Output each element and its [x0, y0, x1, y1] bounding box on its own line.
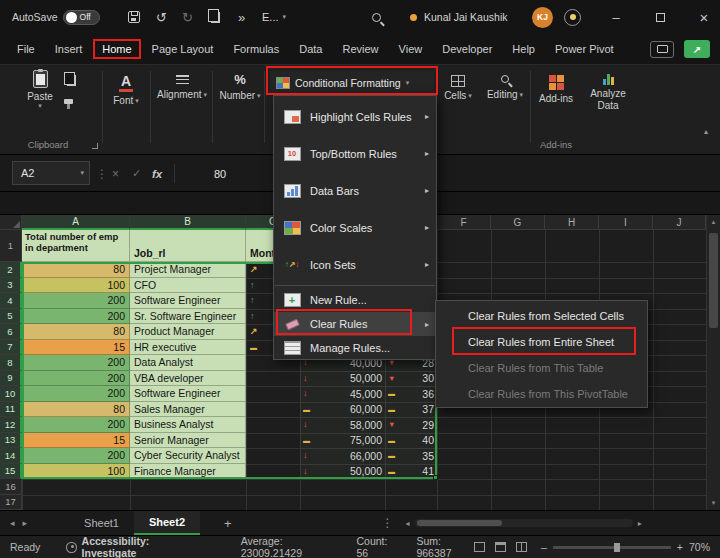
next-sheet-button[interactable]: ▸	[23, 518, 28, 528]
cell-B1[interactable]: Job_rl	[130, 230, 246, 262]
name-box[interactable]: A2 ▾	[12, 161, 90, 185]
font-group-button[interactable]: A Font▾	[106, 73, 146, 106]
cell-B3[interactable]: CFO	[130, 278, 246, 294]
share-button[interactable]: ↗	[684, 40, 710, 58]
cell-D9[interactable]: ↓50,000	[300, 371, 385, 387]
tab-view[interactable]: View	[390, 39, 432, 59]
cell-E9[interactable]: ▼30	[385, 371, 437, 387]
cell-A12[interactable]: 200	[22, 417, 130, 433]
minimize-button[interactable]: –	[602, 0, 630, 34]
horizontal-scrollbar[interactable]: ◂ ▸	[406, 519, 642, 528]
cell-B8[interactable]: Data Analyst	[130, 355, 246, 371]
cell-D11[interactable]: ▬60,000	[300, 402, 385, 418]
cell-D12[interactable]: ↓58,000	[300, 417, 385, 433]
cell-A6[interactable]: 80	[22, 324, 130, 340]
sheet-tab-sheet2[interactable]: Sheet2	[134, 511, 200, 535]
tab-home[interactable]: Home	[93, 39, 140, 59]
tab-options-icon[interactable]: ⋮	[382, 516, 394, 530]
scroll-right-icon[interactable]: ▸	[638, 519, 642, 528]
document-menu[interactable]: E...▾	[262, 0, 286, 34]
cell-A8[interactable]: 200	[22, 355, 130, 371]
cell-B9[interactable]: VBA developer	[130, 371, 246, 387]
vertical-scrollbar[interactable]: ▴ ▾	[706, 215, 720, 510]
row-header-2[interactable]: 2	[0, 262, 22, 278]
select-all-corner[interactable]	[0, 215, 22, 230]
row-header-6[interactable]: 6	[0, 324, 22, 340]
addins-button[interactable]: Add-ins	[534, 75, 578, 104]
cell-E14[interactable]: ▬35	[385, 448, 437, 464]
cell-B11[interactable]: Sales Manager	[130, 402, 246, 418]
cell-B7[interactable]: HR executive	[130, 340, 246, 356]
copy-button[interactable]	[208, 0, 220, 34]
menu-item-new-rule[interactable]: New Rule...	[274, 288, 436, 312]
zoom-out-icon[interactable]: –	[541, 541, 547, 553]
zoom-in-icon[interactable]: +	[677, 541, 683, 553]
row-header-14[interactable]: 14	[0, 448, 22, 464]
tab-developer[interactable]: Developer	[433, 39, 501, 59]
cell-A4[interactable]: 200	[22, 293, 130, 309]
selection-fill-handle[interactable]	[433, 475, 438, 480]
cell-B15[interactable]: Finance Manager	[130, 464, 246, 480]
cell-A1[interactable]: Total number of emp in department	[22, 230, 130, 262]
cell-B14[interactable]: Cyber Security Analyst	[130, 448, 246, 464]
row-header-4[interactable]: 4	[0, 293, 22, 309]
redo-button[interactable]: ↻	[182, 0, 193, 34]
copy-small-button[interactable]	[64, 75, 76, 86]
row-header-15[interactable]: 15	[0, 464, 22, 480]
horizontal-scroll-track[interactable]	[415, 519, 633, 527]
cell-A2[interactable]: 80	[22, 262, 130, 278]
page-break-view-icon[interactable]	[516, 542, 527, 552]
cell-A3[interactable]: 100	[22, 278, 130, 294]
column-header-B[interactable]: B	[130, 215, 246, 230]
cells-group-button[interactable]: Cells▾	[440, 75, 476, 101]
page-layout-view-icon[interactable]	[495, 542, 506, 552]
column-header-J[interactable]: J	[653, 215, 706, 230]
row-header-5[interactable]: 5	[0, 309, 22, 325]
row-header-17[interactable]: 17	[0, 495, 22, 511]
cell-A15[interactable]: 100	[22, 464, 130, 480]
cell-A10[interactable]: 200	[22, 386, 130, 402]
cell-B13[interactable]: Senior Manager	[130, 433, 246, 449]
cell-E15[interactable]: ▬41	[385, 464, 437, 480]
scroll-down-icon[interactable]: ▾	[707, 499, 720, 507]
enter-button[interactable]: ✓	[132, 155, 141, 192]
tab-insert[interactable]: Insert	[46, 39, 92, 59]
row-header-7[interactable]: 7	[0, 340, 22, 356]
row-header-1[interactable]: 1	[0, 230, 22, 262]
row-header-12[interactable]: 12	[0, 417, 22, 433]
column-header-H[interactable]: H	[545, 215, 599, 230]
accessibility-status[interactable]: Accessibility: Investigate	[66, 535, 196, 558]
sheet-tab-sheet1[interactable]: Sheet1	[69, 511, 134, 535]
cell-A5[interactable]: 200	[22, 309, 130, 325]
dialog-launcher-icon[interactable]	[92, 143, 98, 149]
save-button[interactable]	[128, 0, 140, 34]
tab-review[interactable]: Review	[333, 39, 387, 59]
cell-D14[interactable]: ↓66,000	[300, 448, 385, 464]
cell-D15[interactable]: ↓50,000	[300, 464, 385, 480]
cell-B2[interactable]: Project Manager	[130, 262, 246, 278]
cell-B4[interactable]: Software Engineer	[130, 293, 246, 309]
row-header-13[interactable]: 13	[0, 433, 22, 449]
column-header-A[interactable]: A	[22, 215, 130, 230]
cell-D13[interactable]: ▬75,000	[300, 433, 385, 449]
horizontal-scroll-thumb[interactable]	[417, 520, 502, 526]
row-header-10[interactable]: 10	[0, 386, 22, 402]
row-header-9[interactable]: 9	[0, 371, 22, 387]
row-header-3[interactable]: 3	[0, 278, 22, 294]
tab-formulas[interactable]: Formulas	[224, 39, 288, 59]
cell-B6[interactable]: Product Manager	[130, 324, 246, 340]
cell-B5[interactable]: Sr. Software Engineer	[130, 309, 246, 325]
collapse-ribbon-button[interactable]: ▴	[704, 127, 708, 136]
zoom-level[interactable]: 70%	[689, 541, 710, 553]
tab-help[interactable]: Help	[503, 39, 544, 59]
menu-item-data-bars[interactable]: Data Bars▸	[274, 172, 436, 209]
cell-E12[interactable]: ▼29	[385, 417, 437, 433]
tab-page-layout[interactable]: Page Layout	[143, 39, 223, 59]
account-avatar[interactable]: KJ	[532, 0, 553, 34]
tab-power-pivot[interactable]: Power Pivot	[546, 39, 623, 59]
insert-function-button[interactable]: fx	[152, 155, 162, 192]
menu-item-clear-rules[interactable]: Clear Rules▸	[274, 312, 436, 336]
cell-B10[interactable]: Software Engineer	[130, 386, 246, 402]
submenu-item-clear-rules-from-entire-sheet[interactable]: Clear Rules from Entire Sheet	[436, 329, 647, 355]
submenu-item-clear-rules-from-selected-cells[interactable]: Clear Rules from Selected Cells	[436, 303, 647, 329]
